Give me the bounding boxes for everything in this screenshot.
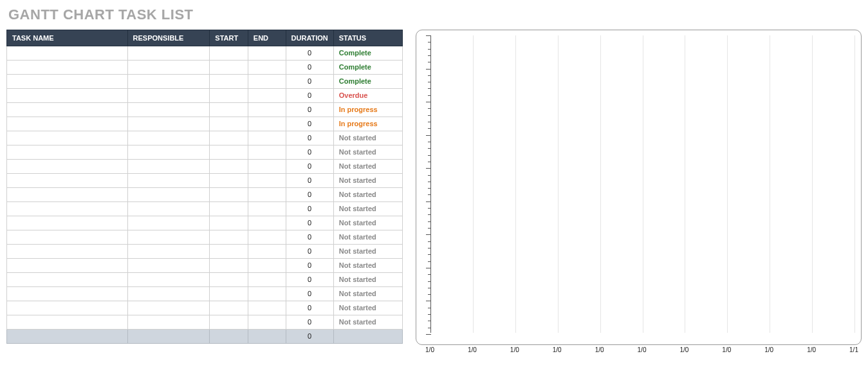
cell-start[interactable] (210, 46, 248, 61)
cell-start[interactable] (210, 216, 248, 230)
cell-end[interactable] (248, 89, 286, 103)
cell-end[interactable] (248, 117, 286, 131)
cell-responsible[interactable] (127, 160, 210, 174)
cell-responsible[interactable] (127, 61, 210, 75)
table-row[interactable]: 0Not started (7, 287, 403, 301)
cell-duration[interactable]: 0 (286, 61, 333, 75)
cell-duration[interactable]: 0 (286, 287, 333, 301)
cell-responsible[interactable] (127, 174, 210, 188)
cell-duration[interactable]: 0 (286, 188, 333, 202)
cell-end[interactable] (248, 202, 286, 216)
cell-end[interactable] (248, 287, 286, 301)
cell-status[interactable]: Complete (333, 75, 402, 89)
cell-responsible[interactable] (127, 245, 210, 259)
cell-start[interactable] (210, 287, 248, 301)
cell-duration[interactable]: 0 (286, 117, 333, 131)
cell-duration[interactable]: 0 (286, 259, 333, 273)
cell-status[interactable]: Not started (333, 301, 402, 315)
cell-responsible[interactable] (127, 301, 210, 315)
cell-task[interactable] (7, 301, 128, 315)
cell-end[interactable] (248, 273, 286, 287)
cell-end[interactable] (248, 160, 286, 174)
cell-task[interactable] (7, 188, 128, 202)
cell-start[interactable] (210, 145, 248, 160)
cell-task[interactable] (7, 202, 128, 216)
cell-status[interactable]: Not started (333, 202, 402, 216)
cell-status[interactable]: Not started (333, 230, 402, 245)
cell-task[interactable] (7, 46, 128, 61)
cell-duration[interactable]: 0 (286, 202, 333, 216)
cell-task[interactable] (7, 131, 128, 145)
cell-end[interactable] (248, 103, 286, 117)
cell-task[interactable] (7, 103, 128, 117)
cell-responsible[interactable] (127, 117, 210, 131)
cell-responsible[interactable] (127, 273, 210, 287)
cell-end[interactable] (248, 301, 286, 315)
cell-end[interactable] (248, 188, 286, 202)
cell-status[interactable]: Not started (333, 131, 402, 145)
cell-start[interactable] (210, 202, 248, 216)
cell-status[interactable]: Not started (333, 160, 402, 174)
cell-status[interactable]: Overdue (333, 89, 402, 103)
cell-duration[interactable]: 0 (286, 103, 333, 117)
cell-status[interactable]: Not started (333, 145, 402, 160)
table-row[interactable]: 0Not started (7, 202, 403, 216)
cell-end[interactable] (248, 61, 286, 75)
cell-status[interactable]: Not started (333, 287, 402, 301)
cell-duration[interactable]: 0 (286, 75, 333, 89)
cell-start[interactable] (210, 160, 248, 174)
cell-duration[interactable]: 0 (286, 245, 333, 259)
cell-status[interactable]: Complete (333, 46, 402, 61)
table-row[interactable]: 0Overdue (7, 89, 403, 103)
cell-responsible[interactable] (127, 145, 210, 160)
cell-responsible[interactable] (127, 89, 210, 103)
cell-end[interactable] (248, 174, 286, 188)
table-row[interactable]: 0Not started (7, 188, 403, 202)
cell-status[interactable]: Not started (333, 273, 402, 287)
cell-status[interactable]: Complete (333, 61, 402, 75)
cell-start[interactable] (210, 245, 248, 259)
cell-responsible[interactable] (127, 188, 210, 202)
cell-end[interactable] (248, 75, 286, 89)
cell-task[interactable] (7, 287, 128, 301)
cell-status[interactable]: In progress (333, 103, 402, 117)
cell-task[interactable] (7, 245, 128, 259)
cell-start[interactable] (210, 188, 248, 202)
cell-responsible[interactable] (127, 287, 210, 301)
cell-end[interactable] (248, 131, 286, 145)
table-row[interactable]: 0Complete (7, 46, 403, 61)
cell-task[interactable] (7, 89, 128, 103)
cell-start[interactable] (210, 131, 248, 145)
cell-duration[interactable]: 0 (286, 216, 333, 230)
cell-end[interactable] (248, 245, 286, 259)
cell-task[interactable] (7, 145, 128, 160)
table-row[interactable]: 0In progress (7, 117, 403, 131)
cell-status[interactable]: Not started (333, 216, 402, 230)
cell-duration[interactable]: 0 (286, 301, 333, 315)
cell-duration[interactable]: 0 (286, 145, 333, 160)
cell-end[interactable] (248, 145, 286, 160)
table-row[interactable]: 0Not started (7, 174, 403, 188)
cell-responsible[interactable] (127, 202, 210, 216)
cell-end[interactable] (248, 259, 286, 273)
cell-status[interactable]: Not started (333, 315, 402, 330)
table-row[interactable]: 0In progress (7, 103, 403, 117)
cell-start[interactable] (210, 273, 248, 287)
cell-start[interactable] (210, 75, 248, 89)
table-row[interactable]: 0Not started (7, 273, 403, 287)
cell-duration[interactable]: 0 (286, 315, 333, 330)
cell-start[interactable] (210, 230, 248, 245)
cell-task[interactable] (7, 174, 128, 188)
table-row[interactable]: 0Not started (7, 315, 403, 330)
cell-task[interactable] (7, 61, 128, 75)
cell-responsible[interactable] (127, 216, 210, 230)
cell-end[interactable] (248, 315, 286, 330)
cell-status[interactable]: Not started (333, 245, 402, 259)
cell-responsible[interactable] (127, 230, 210, 245)
cell-responsible[interactable] (127, 75, 210, 89)
table-row[interactable]: 0Not started (7, 301, 403, 315)
cell-start[interactable] (210, 315, 248, 330)
cell-task[interactable] (7, 216, 128, 230)
table-row[interactable]: 0Not started (7, 160, 403, 174)
cell-task[interactable] (7, 117, 128, 131)
